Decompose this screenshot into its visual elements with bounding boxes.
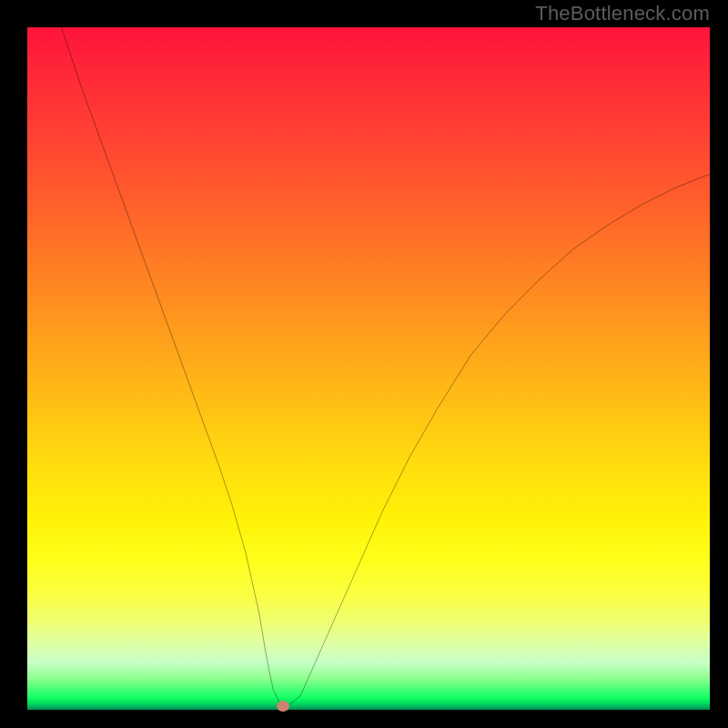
watermark-text: TheBottleneck.com <box>535 2 710 25</box>
chart-area <box>27 27 710 710</box>
bottleneck-curve <box>27 27 710 710</box>
optimal-point-marker <box>277 701 289 712</box>
